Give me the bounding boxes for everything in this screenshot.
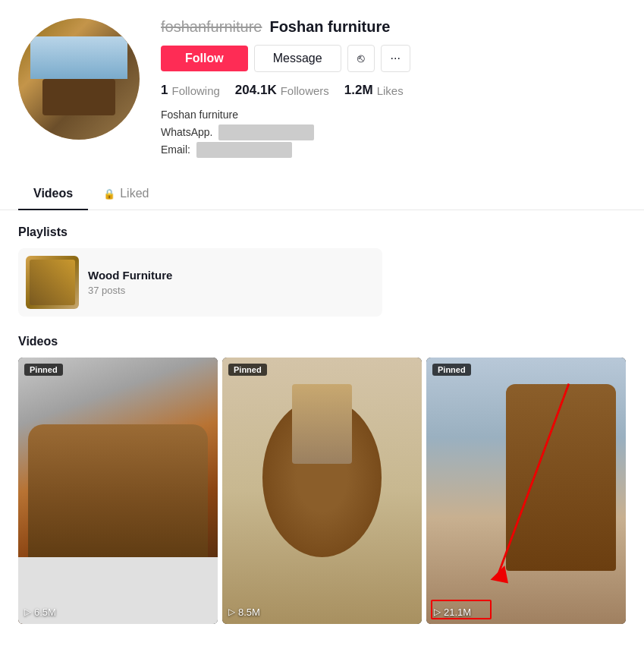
play-icon-1: ▷ bbox=[24, 607, 31, 617]
play-icon-2: ▷ bbox=[228, 607, 235, 617]
more-button[interactable]: ··· bbox=[381, 45, 410, 72]
videos-section: Videos Pinned ▷ 6.5M Pinned ▷ 8.5M bbox=[18, 335, 626, 624]
followers-label: Followers bbox=[281, 84, 329, 97]
playlist-card[interactable]: Wood Furniture 37 posts bbox=[18, 248, 382, 317]
playlists-title: Playlists bbox=[18, 225, 626, 239]
following-stat[interactable]: 1 Following bbox=[161, 83, 220, 98]
username-handle: foshanfurniture bbox=[161, 18, 262, 36]
tab-liked[interactable]: 🔒 Liked bbox=[88, 178, 164, 210]
video-card-2[interactable]: Pinned ▷ 8.5M bbox=[222, 358, 422, 624]
stats-row: 1 Following 204.1K Followers 1.2M Likes bbox=[161, 83, 626, 98]
playlist-count: 37 posts bbox=[88, 285, 375, 296]
likes-count: 1.2M bbox=[344, 83, 373, 98]
tab-videos[interactable]: Videos bbox=[18, 178, 88, 210]
likes-stat[interactable]: 1.2M Likes bbox=[344, 83, 404, 98]
username-row: foshanfurniture Foshan furniture bbox=[161, 18, 626, 36]
video-card-1[interactable]: Pinned ▷ 6.5M bbox=[18, 358, 218, 624]
bio-whatsapp-blur: 号码位置，不便展示 bbox=[218, 124, 314, 140]
likes-label: Likes bbox=[377, 84, 404, 97]
more-icon: ··· bbox=[391, 52, 401, 65]
video-stats-3: ▷ 21.1M bbox=[434, 607, 471, 618]
video-views-1: 6.5M bbox=[34, 607, 56, 618]
playlist-name: Wood Furniture bbox=[88, 269, 375, 282]
video-views-2: 8.5M bbox=[238, 607, 260, 618]
video-views-3: 21.1M bbox=[444, 607, 471, 618]
bio-whatsapp-prefix: WhatsApp. bbox=[161, 126, 212, 138]
message-button[interactable]: Message bbox=[254, 45, 341, 72]
pinned-badge-2: Pinned bbox=[228, 364, 267, 376]
bio-email-prefix: Email: bbox=[161, 143, 190, 156]
videos-grid: Pinned ▷ 6.5M Pinned ▷ 8.5M Pinned bbox=[18, 358, 626, 624]
video-stats-1: ▷ 6.5M bbox=[24, 607, 56, 618]
playlist-info: Wood Furniture 37 posts bbox=[88, 269, 375, 296]
tabs-container: Videos 🔒 Liked bbox=[0, 178, 644, 210]
profile-info: foshanfurniture Foshan furniture Follow … bbox=[161, 18, 626, 159]
bio-line-3: Email: 邮箱位置，不便展示 bbox=[161, 142, 626, 158]
following-count: 1 bbox=[161, 83, 168, 98]
video-thumb-2 bbox=[222, 358, 422, 624]
video-card-3[interactable]: Pinned ▷ 21.1M bbox=[426, 358, 626, 624]
avatar bbox=[18, 18, 140, 140]
username-display: Foshan furniture bbox=[269, 18, 390, 36]
followers-count: 204.1K bbox=[235, 83, 277, 98]
share-icon: ⎋ bbox=[357, 52, 365, 65]
lock-icon: 🔒 bbox=[103, 188, 115, 200]
bio-email-blur: 邮箱位置，不便展示 bbox=[196, 142, 292, 158]
bio-line-2: WhatsApp. 号码位置，不便展示 bbox=[161, 124, 626, 140]
bio-section: Foshan furniture WhatsApp. 号码位置，不便展示 Ema… bbox=[161, 107, 626, 158]
following-label: Following bbox=[171, 84, 219, 97]
tab-videos-label: Videos bbox=[33, 187, 73, 200]
pinned-badge-3: Pinned bbox=[432, 364, 471, 376]
videos-title: Videos bbox=[18, 335, 626, 348]
bio-line-1: Foshan furniture bbox=[161, 107, 626, 123]
playlist-thumbnail bbox=[26, 256, 79, 309]
follow-button[interactable]: Follow bbox=[161, 46, 248, 71]
avatar-image bbox=[18, 18, 140, 140]
action-buttons: Follow Message ⎋ ··· bbox=[161, 45, 626, 72]
avatar-container bbox=[18, 18, 140, 140]
followers-stat[interactable]: 204.1K Followers bbox=[235, 83, 329, 98]
video-thumb-3 bbox=[426, 358, 626, 624]
profile-section: foshanfurniture Foshan furniture Follow … bbox=[0, 0, 644, 172]
video-thumb-1 bbox=[18, 358, 218, 624]
pinned-badge-1: Pinned bbox=[24, 364, 63, 376]
share-button[interactable]: ⎋ bbox=[347, 45, 375, 72]
tab-liked-label: Liked bbox=[120, 187, 149, 200]
play-icon-3: ▷ bbox=[434, 607, 441, 617]
video-stats-2: ▷ 8.5M bbox=[228, 607, 260, 618]
content-area: Playlists Wood Furniture 37 posts Videos… bbox=[0, 210, 644, 639]
